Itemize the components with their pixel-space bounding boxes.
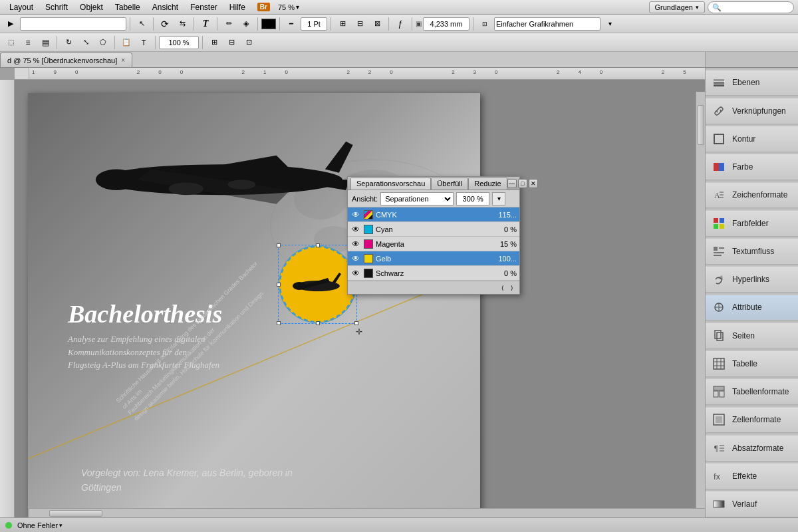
sep-eye-magenta[interactable]: 👁 bbox=[350, 239, 361, 249]
rp-kontur[interactable]: Kontur bbox=[706, 126, 798, 152]
stroke-weight-icon[interactable]: ━ bbox=[283, 17, 299, 31]
sep-footer-btn1[interactable]: ⟨ bbox=[498, 283, 507, 293]
sep-row-magenta[interactable]: 👁 Magenta 15 % bbox=[348, 237, 519, 251]
sep-value-magenta: 15 % bbox=[500, 240, 517, 248]
status-dropdown[interactable]: Ohne Fehler ▾ bbox=[17, 521, 63, 529]
rp-zeichenformate[interactable]: A Zeichenformate bbox=[706, 183, 798, 209]
sep-panel-restore[interactable]: □ bbox=[518, 179, 527, 188]
sep-footer-btn2[interactable]: ⟩ bbox=[507, 283, 517, 293]
vertical-scrollbar[interactable] bbox=[696, 92, 705, 508]
tb2-margin[interactable]: ⊡ bbox=[241, 35, 257, 50]
align-center[interactable]: ⊟ bbox=[352, 17, 368, 31]
sep-color-magenta bbox=[364, 239, 373, 249]
rp-textumfluss[interactable]: Textumfluss bbox=[706, 239, 798, 265]
sep-eye-cyan[interactable]: 👁 bbox=[350, 224, 361, 235]
anchor-tool[interactable]: ◈ bbox=[238, 17, 254, 31]
menu-tabelle[interactable]: Tabelle bbox=[110, 1, 146, 13]
separator bbox=[202, 36, 203, 49]
tab-close-button[interactable]: × bbox=[121, 57, 125, 64]
rp-ebenen[interactable]: Ebenen bbox=[706, 70, 798, 96]
document-tab[interactable]: d @ 75 % [Überdruckenvorschau] × bbox=[0, 53, 132, 67]
toolbar2: ⬚ ≡ ▤ ↻ ⤡ ⬠ 📋 T ⊞ ⊟ ⊡ bbox=[0, 33, 798, 52]
separator bbox=[257, 17, 258, 31]
gradient-icon bbox=[711, 496, 727, 512]
tool-select[interactable]: ▶ bbox=[3, 17, 19, 31]
tb2-rotate[interactable]: ↻ bbox=[61, 35, 76, 50]
menu-ansicht[interactable]: Ansicht bbox=[147, 1, 184, 13]
tb2-btn2[interactable]: ≡ bbox=[20, 35, 36, 50]
frame-options-icon[interactable]: ⊡ bbox=[477, 17, 493, 31]
zoom-dropdown-btn[interactable]: ▾ bbox=[492, 192, 505, 205]
zoom-value[interactable]: 75 % bbox=[278, 3, 295, 11]
rp-seiten-label: Seiten bbox=[732, 331, 755, 340]
sep-row-schwarz[interactable]: 👁 Schwarz 0 % bbox=[348, 266, 519, 281]
tb2-scale[interactable]: ⤡ bbox=[78, 35, 94, 50]
tool-arrow[interactable]: ↖ bbox=[134, 17, 150, 31]
menu-objekt[interactable]: Objekt bbox=[74, 1, 108, 13]
distribute[interactable]: ⊠ bbox=[369, 17, 385, 31]
tb2-place[interactable]: 📋 bbox=[118, 35, 134, 50]
align-left[interactable]: ⊞ bbox=[334, 17, 350, 31]
tb2-shear[interactable]: ⬠ bbox=[95, 35, 111, 50]
sep-value-gelb: 100... bbox=[498, 255, 517, 263]
flip-h-icon[interactable]: ⇆ bbox=[174, 17, 190, 31]
rp-verknuepfungen[interactable]: Verknüpfungen bbox=[706, 98, 798, 124]
sep-tab-reduzie[interactable]: Reduzie bbox=[468, 178, 507, 190]
separator bbox=[473, 17, 473, 31]
rp-farbfelder[interactable]: Farbfelder bbox=[706, 211, 798, 237]
v-scroll-thumb[interactable] bbox=[698, 105, 704, 145]
rp-tabelle[interactable]: Tabelle bbox=[706, 351, 798, 377]
tb2-text[interactable]: T bbox=[136, 35, 152, 50]
sep-tab-separations[interactable]: Separationsvorschau bbox=[350, 178, 431, 190]
rp-tabellenformate-label: Tabellenformate bbox=[732, 387, 789, 396]
search-input[interactable] bbox=[708, 1, 794, 13]
sep-row-cmyk[interactable]: 👁 CMYK 115... bbox=[348, 207, 519, 222]
x-position-input[interactable] bbox=[423, 17, 469, 31]
transform-icon[interactable]: ⟳ bbox=[157, 17, 173, 31]
menu-fenster[interactable]: Fenster bbox=[185, 1, 223, 13]
formula-icon[interactable]: ƒ bbox=[392, 17, 408, 31]
fill-color[interactable] bbox=[261, 19, 276, 29]
zoom-input[interactable] bbox=[159, 36, 199, 49]
document-canvas[interactable]: ✛ Bachelorthesis Analyse zur Empfehlung … bbox=[15, 80, 705, 517]
frame-type-dropdown[interactable] bbox=[494, 17, 600, 31]
tb2-columns[interactable]: ⊟ bbox=[223, 35, 239, 50]
sep-eye-cmyk[interactable]: 👁 bbox=[350, 209, 361, 220]
attribute-icon bbox=[711, 299, 727, 315]
rp-absatzformate[interactable]: ¶ Absatzformate bbox=[706, 436, 798, 462]
pen-tool[interactable]: ✏ bbox=[221, 17, 237, 31]
tb2-btn1[interactable]: ⬚ bbox=[3, 35, 19, 50]
sep-eye-schwarz[interactable]: 👁 bbox=[350, 268, 361, 279]
rp-zellenformate[interactable]: Zellenformate bbox=[706, 408, 798, 434]
horizontal-scrollbar[interactable] bbox=[29, 508, 705, 517]
sep-panel-close[interactable]: ✕ bbox=[529, 179, 538, 188]
stroke-weight-input[interactable] bbox=[301, 17, 327, 31]
ansicht-dropdown[interactable]: Separationen bbox=[380, 192, 454, 205]
style-dropdown[interactable] bbox=[20, 17, 126, 31]
rp-verlauf[interactable]: Verlauf bbox=[706, 491, 798, 517]
frame-options-arrow[interactable]: ▾ bbox=[602, 17, 618, 31]
rp-effekte[interactable]: fx Effekte bbox=[706, 464, 798, 489]
br-badge[interactable]: Br bbox=[257, 3, 270, 11]
sep-row-gelb[interactable]: 👁 Gelb 100... bbox=[348, 251, 519, 266]
rp-hyperlinks[interactable]: Hyperlinks bbox=[706, 267, 798, 293]
sep-eye-gelb[interactable]: 👁 bbox=[350, 253, 361, 264]
sep-tab-uberfull[interactable]: Überfüll bbox=[431, 178, 468, 190]
rp-tabellenformate[interactable]: Tabellenformate bbox=[706, 379, 798, 405]
sep-panel-minimize[interactable]: — bbox=[507, 179, 517, 188]
tb2-btn3[interactable]: ▤ bbox=[37, 35, 53, 50]
zoom-dropdown-icon[interactable]: ▾ bbox=[296, 3, 299, 11]
grundlagen-button[interactable]: Grundlagen ▾ bbox=[649, 1, 706, 13]
sep-row-cyan[interactable]: 👁 Cyan 0 % bbox=[348, 222, 519, 237]
status-arrow: ▾ bbox=[59, 522, 63, 529]
h-scroll-thumb[interactable] bbox=[49, 510, 102, 517]
menu-hilfe[interactable]: Hilfe bbox=[224, 1, 251, 13]
tb2-grid[interactable]: ⊞ bbox=[206, 35, 222, 50]
rp-absatzformate-label: Absatzformate bbox=[732, 444, 783, 453]
rp-farbe[interactable]: Farbe bbox=[706, 154, 798, 180]
rp-attribute[interactable]: Attribute bbox=[706, 295, 798, 321]
text-frame-icon[interactable]: T bbox=[198, 17, 213, 31]
menu-layout[interactable]: Layout bbox=[4, 1, 39, 13]
menu-schrift[interactable]: Schrift bbox=[40, 1, 73, 13]
rp-seiten[interactable]: Seiten bbox=[706, 323, 798, 349]
